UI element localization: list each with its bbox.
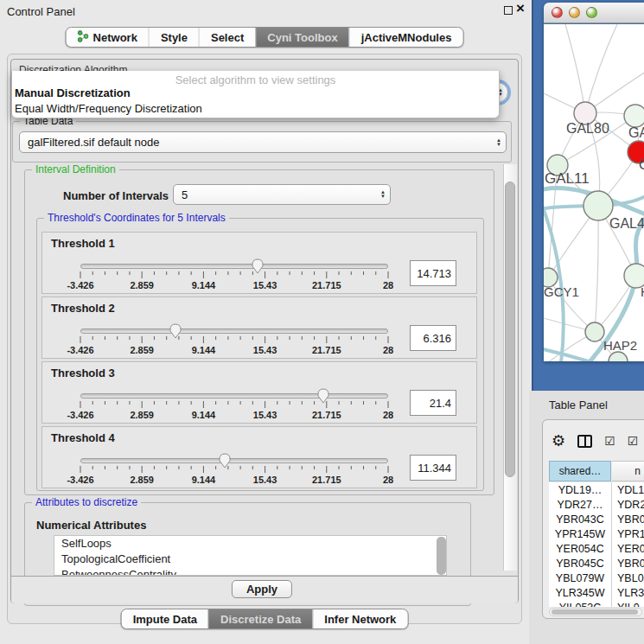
split-view-icon[interactable] (577, 435, 592, 448)
slider-tick-label: 2.859 (130, 280, 154, 290)
threshold-value-field[interactable]: 11.344 (410, 455, 456, 481)
cell-shared-name: YBL079W (549, 572, 611, 584)
threshold-box-4: Threshold 4-3.4262.8599.14415.4321.71528… (41, 426, 477, 488)
number-of-intervals-value: 5 (182, 188, 188, 201)
threshold-label: Threshold 4 (51, 431, 115, 444)
control-panel-tab-bar: NetworkStyleSelectCyni ToolboxjActiveMNo… (66, 27, 464, 48)
table-row[interactable]: YBR043CYBR0 (549, 512, 644, 526)
cell-name: YBL0 (611, 571, 644, 585)
attribute-item[interactable]: SelfLoops (54, 536, 446, 552)
slider-tick-label: 15.43 (253, 345, 277, 355)
attribute-item[interactable]: TopologicalCoefficient (54, 552, 446, 567)
threshold-value-field[interactable]: 6.316 (410, 325, 456, 351)
number-of-intervals-label: Number of Intervals (63, 189, 169, 202)
slider-tick-label: 21.715 (312, 280, 341, 290)
combo-arrows-icon: ▲▼ (496, 138, 501, 147)
slider-tick-label: 9.144 (192, 345, 216, 355)
zoom-traffic-light[interactable] (586, 7, 597, 18)
slider-tick-label: 2.859 (130, 475, 154, 485)
table-data-combobox-value: galFiltered.sif default node (28, 136, 159, 149)
table-panel-title: Table Panel (549, 399, 608, 411)
table-row[interactable]: YDR27…YDR2 (549, 497, 644, 512)
network-icon (78, 30, 89, 45)
cell-name: YBR0 (611, 556, 644, 571)
checkbox-icon[interactable]: ☑ (628, 434, 639, 448)
bottom-tab-discretize-data[interactable]: Discretize Data (208, 609, 312, 628)
table-data-combobox[interactable]: galFiltered.sif default node ▲▼ (19, 131, 507, 153)
network-window-titlebar[interactable] (544, 3, 644, 23)
network-node[interactable] (624, 105, 644, 127)
threshold-slider-track[interactable] (80, 264, 388, 269)
cell-name: YLR3 (611, 585, 644, 600)
network-graph: GAL80GACGAL11GAL4GCY1HHAP2 (544, 24, 644, 361)
close-traffic-light[interactable] (552, 7, 563, 18)
tab-cyni-toolbox[interactable]: Cyni Toolbox (255, 28, 348, 47)
checkbox-icon[interactable]: ☑ (604, 434, 615, 448)
cell-name: YIL0 (611, 600, 644, 607)
bottom-tab-infer-network[interactable]: Infer Network (312, 609, 407, 628)
table-header-shared-name[interactable]: shared… (549, 461, 611, 481)
table-row[interactable]: YBR045CYBR0 (549, 556, 644, 571)
settings-scrollbar-thumb[interactable] (505, 182, 515, 477)
threshold-slider-track[interactable] (80, 328, 388, 334)
threshold-box-2: Threshold 2-3.4262.8599.14415.4321.71528… (41, 296, 477, 359)
tab-jactivemnodules[interactable]: jActiveMNodules (349, 28, 463, 47)
table-row[interactable]: YIL053CYIL0 (549, 600, 644, 607)
bottom-tab-impute-data[interactable]: Impute Data (122, 609, 208, 628)
threshold-slider-track[interactable] (80, 393, 388, 399)
attribute-item[interactable]: BetweennessCentrality (54, 567, 446, 576)
interval-definition-label: Interval Definition (32, 163, 119, 175)
threshold-box-1: Threshold 1-3.4262.8599.14415.4321.71528… (41, 232, 477, 294)
slider-tick-label: 9.144 (192, 280, 216, 290)
algorithm-option-manual[interactable]: Manual Discretization (15, 86, 131, 99)
bottom-tab-label: Impute Data (133, 613, 197, 626)
numerical-attributes-label: Numerical Attributes (36, 519, 146, 532)
threshold-value-field[interactable]: 14.713 (410, 260, 456, 286)
table-row[interactable]: YDL19…YDL1 (549, 482, 644, 497)
tab-network[interactable]: Network (67, 28, 149, 47)
cell-shared-name: YIL053C (549, 602, 611, 608)
network-view-frame: GAL80GACGAL11GAL4GCY1HHAP2 (532, 0, 644, 391)
float-panel-icon[interactable] (504, 6, 513, 15)
table-row[interactable]: YPR145WYPR1 (549, 526, 644, 541)
tab-style[interactable]: Style (149, 28, 199, 47)
bottom-tab-label: Infer Network (324, 613, 396, 626)
cell-shared-name: YBR043C (549, 513, 611, 526)
network-edge[interactable] (595, 206, 598, 332)
attributes-group-label: Attributes to discretize (32, 496, 141, 508)
apply-button[interactable]: Apply (232, 580, 292, 598)
table-row[interactable]: YLR345WYLR3 (549, 585, 644, 600)
table-hscrollbar-thumb[interactable] (552, 609, 638, 615)
slider-tick-label: 28 (383, 280, 393, 290)
numerical-attributes-list[interactable]: SelfLoopsTopologicalCoefficientBetweenne… (54, 535, 447, 576)
threshold-value-field[interactable]: 21.4 (410, 390, 456, 416)
table-header-name[interactable]: n (612, 461, 644, 481)
network-node-label: HAP2 (603, 338, 637, 353)
network-node-label: GAL80 (566, 121, 609, 136)
table-row[interactable]: YER054CYER0 (549, 541, 644, 556)
slider-tick-label: 9.144 (192, 410, 216, 420)
network-canvas[interactable]: GAL80GACGAL11GAL4GCY1HHAP2 (544, 24, 644, 361)
network-node[interactable] (583, 191, 613, 220)
threshold-slider-track[interactable] (80, 458, 388, 463)
minimize-traffic-light[interactable] (569, 7, 580, 18)
network-edge[interactable] (585, 24, 617, 113)
network-window[interactable]: GAL80GACGAL11GAL4GCY1HHAP2 (544, 3, 644, 361)
network-edge[interactable] (565, 24, 585, 113)
network-node[interactable] (585, 322, 604, 341)
attributes-list-scrollbar-thumb[interactable] (437, 537, 446, 575)
tab-label: Select (211, 31, 244, 44)
close-panel-icon[interactable]: × (516, 0, 525, 17)
number-of-intervals-combobox[interactable]: 5 ▲▼ (173, 184, 391, 205)
algorithm-option-equal-width[interactable]: Equal Width/Frequency Discretization (15, 102, 202, 115)
table-row[interactable]: YBL079WYBL0 (549, 571, 644, 585)
network-edge-thick[interactable] (544, 348, 591, 361)
threshold-label: Threshold 2 (51, 302, 115, 315)
gear-icon[interactable]: ⚙ (552, 433, 565, 449)
control-panel-title: Control Panel (7, 5, 75, 18)
tab-label: Network (93, 31, 137, 44)
slider-tick-label: 21.715 (312, 345, 341, 355)
threshold-box-3: Threshold 3-3.4262.8599.14415.4321.71528… (41, 361, 477, 424)
tab-select[interactable]: Select (199, 28, 255, 47)
slider-tick-label: 2.859 (130, 410, 154, 420)
